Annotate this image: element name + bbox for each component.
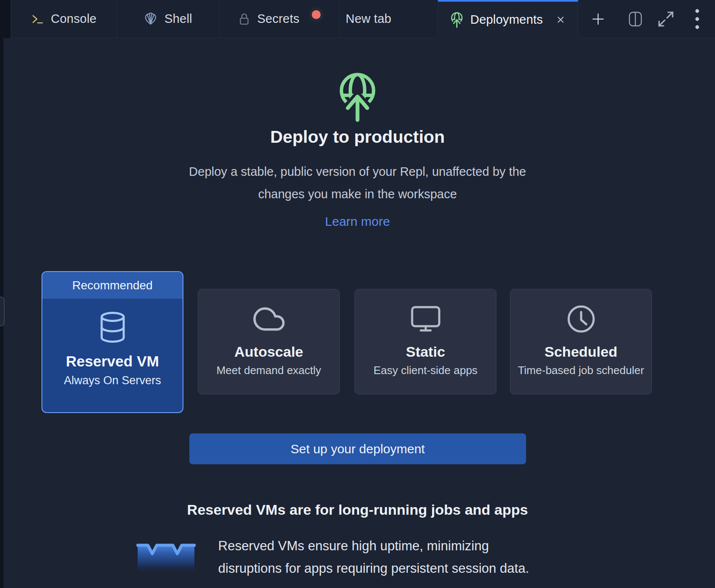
info-body-line-2: disruptions for apps requiring persisten… — [218, 557, 529, 580]
notification-dot — [312, 10, 321, 19]
tab-label: Deployments — [470, 13, 543, 27]
tabbar-left-gutter — [0, 0, 11, 38]
deployments-pane: Console Shell Secrets N — [0, 0, 715, 588]
tab-label: New tab — [346, 12, 391, 26]
pane-menu-button[interactable] — [690, 0, 705, 38]
plan-card-reserved-vm[interactable]: Recommended Reserved VM Always On Server… — [42, 271, 183, 413]
plan-subtitle: Time-based job scheduler — [518, 364, 644, 377]
kebab-menu-icon — [695, 8, 699, 30]
page-description: Deploy a stable, public version of your … — [0, 161, 715, 205]
deployments-icon — [451, 12, 463, 28]
tab-label: Console — [51, 12, 97, 26]
deploy-globe-icon — [338, 72, 377, 124]
clock-icon — [566, 304, 596, 334]
plan-title: Static — [406, 344, 445, 360]
info-body: Reserved VMs ensure high uptime, minimiz… — [218, 535, 529, 580]
lock-icon — [238, 12, 250, 26]
plan-subtitle: Meet demand exactly — [216, 364, 321, 377]
tab-new-tab[interactable]: New tab — [340, 0, 438, 38]
close-icon[interactable] — [556, 15, 565, 24]
plus-icon — [591, 12, 605, 26]
setup-deployment-button[interactable]: Set up your deployment — [189, 433, 526, 464]
panel-edge-handle[interactable] — [0, 297, 5, 326]
page-title: Deploy to production — [0, 127, 715, 147]
shell-icon — [144, 12, 157, 25]
plan-title: Autoscale — [234, 344, 303, 360]
plan-card-autoscale[interactable]: Autoscale Meet demand exactly — [198, 289, 340, 394]
info-heading: Reserved VMs are for long-running jobs a… — [0, 502, 715, 518]
terminal-icon — [31, 13, 44, 25]
tab-console[interactable]: Console — [11, 0, 117, 38]
tab-bar: Console Shell Secrets N — [0, 0, 715, 38]
reserved-vm-illustration — [136, 540, 196, 574]
plan-card-static[interactable]: Static Easy client-side apps — [355, 289, 496, 394]
info-body-line-1: Reserved VMs ensure high uptime, minimiz… — [218, 535, 529, 557]
tab-label: Secrets — [257, 12, 299, 26]
tab-deployments[interactable]: Deployments — [438, 0, 578, 38]
recommended-badge: Recommended — [42, 272, 183, 299]
plan-subtitle: Easy client-side apps — [374, 364, 478, 377]
monitor-icon — [410, 304, 441, 334]
plan-title: Scheduled — [545, 344, 618, 360]
learn-more-link[interactable]: Learn more — [0, 214, 715, 229]
split-pane-icon — [628, 11, 643, 27]
plan-title: Reserved VM — [66, 353, 159, 370]
tab-secrets[interactable]: Secrets — [220, 0, 340, 38]
description-line-2: changes you make in the workspace — [0, 183, 715, 205]
tab-label: Shell — [164, 12, 192, 26]
expand-icon — [657, 11, 674, 28]
plan-card-scheduled[interactable]: Scheduled Time-based job scheduler — [510, 289, 652, 394]
database-icon — [99, 311, 127, 344]
tab-shell[interactable]: Shell — [117, 0, 220, 38]
expand-pane-button[interactable] — [653, 0, 679, 38]
plan-subtitle: Always On Servers — [64, 374, 161, 387]
description-line-1: Deploy a stable, public version of your … — [0, 161, 715, 183]
cloud-icon — [253, 304, 285, 334]
new-tab-button[interactable] — [586, 0, 610, 38]
split-pane-button[interactable] — [624, 0, 647, 38]
